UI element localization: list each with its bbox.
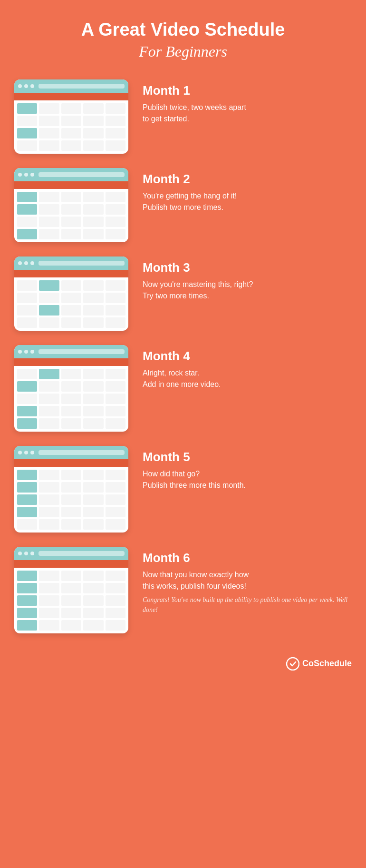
cal-dot xyxy=(24,552,28,555)
cal-titlebar-2 xyxy=(14,168,128,181)
cal-cell xyxy=(39,507,59,517)
cal-cell xyxy=(17,507,37,517)
cal-cell xyxy=(106,571,125,581)
cal-dot xyxy=(18,451,22,454)
cal-cell xyxy=(61,192,81,202)
cal-cell xyxy=(61,305,81,316)
month-label-1: Month 1 xyxy=(143,83,352,98)
cal-cell xyxy=(106,406,125,416)
calendar-5 xyxy=(14,446,128,533)
cal-titlebar-3 xyxy=(14,256,128,270)
cal-cell xyxy=(83,595,103,606)
cal-cell xyxy=(83,470,103,480)
cal-cell xyxy=(39,620,59,631)
month-desc-1: Publish twice, two weeks apartto get sta… xyxy=(143,102,352,125)
cal-cell xyxy=(83,406,103,416)
cal-cell xyxy=(106,595,125,606)
cal-cell xyxy=(106,128,125,138)
cal-cell xyxy=(83,381,103,392)
cal-cell xyxy=(83,128,103,138)
cal-cell xyxy=(83,305,103,316)
cal-cell xyxy=(17,482,37,493)
cal-cell xyxy=(61,317,81,328)
cal-cell xyxy=(106,470,125,480)
cal-cell xyxy=(61,494,81,505)
cal-cell xyxy=(61,519,81,530)
cal-dot xyxy=(30,84,34,88)
cal-cell xyxy=(39,519,59,530)
cal-cell xyxy=(83,519,103,530)
cal-dot xyxy=(30,552,34,555)
calendar-6 xyxy=(14,547,128,633)
cal-header-row xyxy=(14,560,128,568)
cal-titlebar-1 xyxy=(14,79,128,93)
cal-cell xyxy=(17,116,37,126)
page-subtitle: For Beginners xyxy=(81,43,285,60)
cal-cell xyxy=(106,229,125,239)
cal-cell xyxy=(39,192,59,202)
month-note-6: Congrats! You've now built up the abilit… xyxy=(143,595,352,615)
cal-cell xyxy=(17,128,37,138)
cal-header-row xyxy=(14,459,128,467)
cal-grid-6 xyxy=(14,568,128,633)
cal-cell xyxy=(106,608,125,618)
cal-cell xyxy=(17,305,37,316)
month-text-1: Month 1 Publish twice, two weeks apartto… xyxy=(143,79,352,125)
cal-cell xyxy=(83,192,103,202)
cal-cell xyxy=(61,394,81,404)
cal-cell xyxy=(106,317,125,328)
calendar-1 xyxy=(14,79,128,154)
cal-cell xyxy=(17,369,37,379)
cal-cell xyxy=(39,571,59,581)
month-text-3: Month 3 Now you're mastering this, right… xyxy=(143,256,352,302)
cal-cell xyxy=(61,406,81,416)
cal-cell xyxy=(106,103,125,114)
month-desc-5: How did that go?Publish three more this … xyxy=(143,468,352,491)
cal-cell xyxy=(61,418,81,429)
cal-cell xyxy=(83,229,103,239)
cal-grid-5 xyxy=(14,467,128,533)
cal-cell xyxy=(106,204,125,215)
cal-cell xyxy=(61,229,81,239)
cal-cell xyxy=(39,369,59,379)
cal-cell xyxy=(17,317,37,328)
cal-grid-1 xyxy=(14,100,128,154)
cal-dot xyxy=(18,552,22,555)
cal-cell xyxy=(106,494,125,505)
cal-grid-2 xyxy=(14,189,128,242)
svg-point-0 xyxy=(287,658,299,670)
month-desc-2: You're getting the hang of it!Publish tw… xyxy=(143,190,352,213)
cal-dot xyxy=(18,173,22,177)
cal-cell xyxy=(61,381,81,392)
cal-cell xyxy=(83,293,103,303)
cal-cell xyxy=(106,519,125,530)
cal-cell xyxy=(106,394,125,404)
cal-cell xyxy=(39,128,59,138)
cal-cell xyxy=(39,608,59,618)
cal-cell xyxy=(39,482,59,493)
cal-cell xyxy=(17,595,37,606)
cal-cell xyxy=(83,394,103,404)
cal-cell xyxy=(106,116,125,126)
calendar-4 xyxy=(14,345,128,432)
cal-cell xyxy=(61,217,81,227)
logo-text: CoSchedule xyxy=(302,659,352,669)
cal-cell xyxy=(17,229,37,239)
cal-cell xyxy=(106,369,125,379)
cal-cell xyxy=(83,418,103,429)
cal-titlebar-bar xyxy=(39,261,125,266)
cal-titlebar-bar xyxy=(39,551,125,556)
cal-dot xyxy=(30,350,34,354)
cal-cell xyxy=(61,571,81,581)
cal-header-row xyxy=(14,358,128,366)
month-row-4: Month 4 Alright, rock star.Add in one mo… xyxy=(14,345,352,432)
cal-cell xyxy=(17,394,37,404)
cal-cell xyxy=(17,418,37,429)
cal-cell xyxy=(61,620,81,631)
cal-grid-3 xyxy=(14,277,128,331)
cal-cell xyxy=(61,293,81,303)
cal-cell xyxy=(61,595,81,606)
cal-titlebar-bar xyxy=(39,349,125,354)
cal-dot xyxy=(18,261,22,265)
cal-cell xyxy=(39,229,59,239)
